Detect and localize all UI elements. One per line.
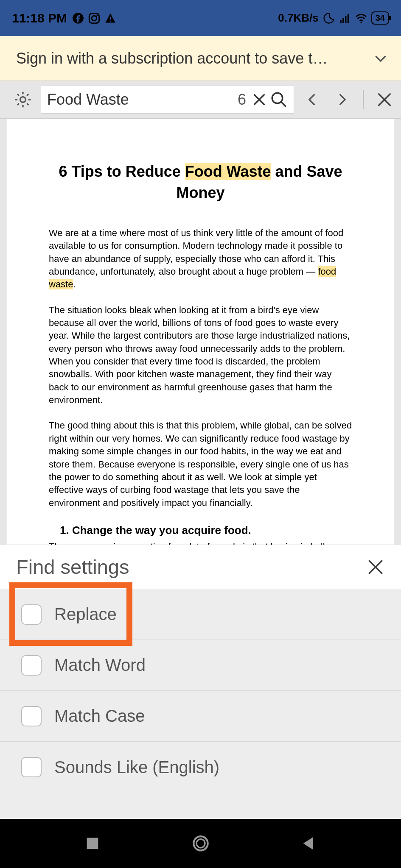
home-button[interactable] [192, 835, 209, 852]
instagram-icon [88, 12, 100, 24]
doc-paragraph: The good thing about this is that this p… [49, 419, 352, 509]
option-label: Replace [54, 605, 117, 624]
wifi-icon [355, 12, 367, 24]
document-area: 6 Tips to Reduce Food Waste and Save Mon… [0, 119, 401, 545]
signin-banner[interactable]: Sign in with a subscription account to s… [0, 36, 401, 81]
recents-button[interactable] [84, 835, 101, 852]
svg-point-3 [96, 14, 98, 16]
svg-point-10 [360, 21, 362, 23]
doc-heading: 1. Change the way you acquire food. [60, 524, 352, 537]
close-icon [366, 558, 385, 576]
find-toolbar: 6 [0, 81, 401, 119]
chevron-left-icon [305, 92, 320, 107]
panel-close-button[interactable] [366, 558, 385, 576]
doc-paragraph: The situation looks bleak when looking a… [49, 304, 352, 407]
warning-icon [104, 12, 116, 24]
triangle-left-icon [300, 835, 317, 852]
panel-title: Find settings [16, 555, 129, 579]
title-part: 6 Tips to Reduce [59, 163, 185, 180]
svg-point-11 [20, 97, 26, 103]
circle-icon [192, 835, 209, 852]
text-run: The common misconception for a lot of pe… [49, 541, 342, 545]
doc-paragraph: The common misconception for a lot of pe… [49, 540, 352, 545]
svg-rect-4 [110, 17, 111, 19]
battery-indicator: 34 [371, 11, 389, 25]
checkbox[interactable] [21, 706, 42, 726]
search-result-count: 6 [238, 91, 246, 108]
banner-text: Sign in with a subscription account to s… [16, 50, 328, 67]
find-settings-button[interactable] [8, 90, 37, 109]
svg-point-15 [196, 839, 205, 848]
search-input[interactable] [47, 91, 238, 108]
checkbox[interactable] [21, 757, 42, 777]
text-run: . [73, 279, 76, 289]
svg-rect-5 [110, 20, 111, 21]
option-label: Sounds Like (English) [54, 758, 219, 777]
svg-rect-6 [340, 20, 342, 23]
status-left: 11:18 PM [12, 11, 116, 25]
highlighted-text: Food Waste [185, 163, 271, 180]
divider [363, 90, 364, 109]
facebook-icon [72, 12, 84, 24]
signal-icon [339, 12, 351, 24]
search-box: 6 [41, 86, 294, 114]
find-settings-panel: Find settings Replace Match Word Match C… [0, 545, 401, 860]
option-replace[interactable]: Replace [0, 589, 401, 640]
back-button[interactable] [300, 835, 317, 852]
panel-header: Find settings [0, 545, 401, 589]
svg-rect-13 [87, 838, 98, 849]
moon-icon [323, 12, 335, 24]
option-match-case[interactable]: Match Case [0, 691, 401, 742]
option-match-word[interactable]: Match Word [0, 640, 401, 691]
doc-paragraph: We are at a time where most of us think … [49, 227, 352, 291]
svg-rect-7 [342, 18, 344, 23]
close-icon [252, 92, 266, 107]
text-run: We are at a time where most of us think … [49, 228, 343, 277]
option-label: Match Word [54, 656, 146, 675]
search-button[interactable] [266, 91, 288, 108]
square-icon [84, 835, 101, 852]
gear-icon [14, 90, 32, 109]
find-prev-button[interactable] [297, 92, 327, 107]
clear-search-button[interactable] [252, 92, 266, 107]
android-navbar [0, 819, 401, 868]
checkbox[interactable] [21, 604, 42, 625]
doc-title: 6 Tips to Reduce Food Waste and Save Mon… [49, 161, 352, 204]
status-time: 11:18 PM [12, 11, 67, 25]
chevron-down-icon [373, 51, 388, 66]
option-sounds-like[interactable]: Sounds Like (English) [0, 742, 401, 793]
document-page[interactable]: 6 Tips to Reduce Food Waste and Save Mon… [7, 119, 394, 545]
find-next-button[interactable] [327, 92, 357, 107]
find-close-button[interactable] [370, 91, 399, 108]
checkbox[interactable] [21, 655, 42, 676]
status-notification-icons [72, 12, 116, 24]
svg-rect-9 [348, 14, 349, 23]
search-icon [270, 91, 288, 108]
option-label: Match Case [54, 707, 145, 726]
close-icon [376, 91, 393, 108]
status-bar: 11:18 PM 0.7KB/s 34 [0, 0, 401, 36]
svg-point-2 [92, 16, 97, 21]
status-right: 0.7KB/s 34 [278, 11, 389, 25]
data-rate: 0.7KB/s [278, 11, 318, 25]
svg-rect-8 [345, 16, 347, 23]
chevron-right-icon [335, 92, 349, 107]
